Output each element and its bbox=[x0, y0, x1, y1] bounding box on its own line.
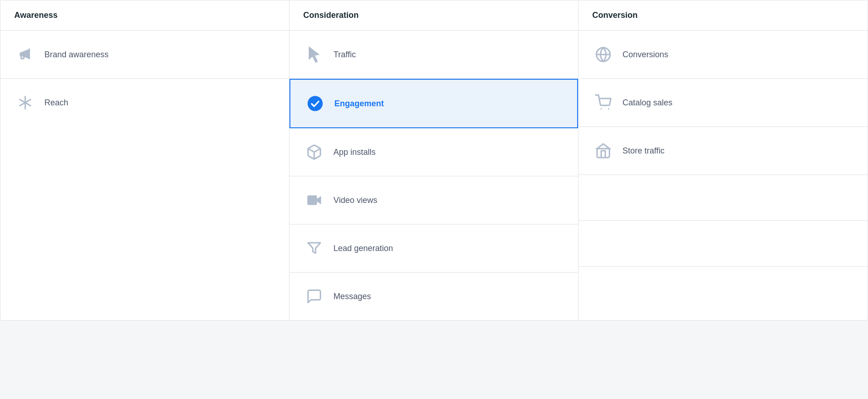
store-icon bbox=[592, 140, 614, 162]
globe-icon bbox=[592, 44, 614, 66]
lead-generation-label: Lead generation bbox=[333, 244, 393, 253]
filter-icon bbox=[303, 237, 325, 259]
check-circle-icon bbox=[304, 93, 326, 115]
svg-point-6 bbox=[601, 108, 602, 109]
consideration-column: Consideration Traffic Engage bbox=[289, 0, 579, 320]
box-icon bbox=[303, 141, 325, 163]
awareness-column: Awareness Brand awareness Reach bbox=[0, 0, 289, 320]
catalog-sales-option[interactable]: Catalog sales bbox=[579, 79, 868, 127]
store-traffic-label: Store traffic bbox=[622, 146, 665, 156]
lead-generation-option[interactable]: Lead generation bbox=[289, 224, 578, 273]
reach-option[interactable]: Reach bbox=[0, 79, 289, 126]
conversion-column: Conversion Conversions bbox=[579, 0, 868, 320]
message-icon bbox=[303, 285, 325, 307]
svg-point-7 bbox=[608, 108, 610, 109]
video-views-label: Video views bbox=[333, 196, 377, 205]
engagement-option[interactable]: Engagement bbox=[289, 79, 578, 128]
empty-row-1 bbox=[579, 175, 868, 221]
messages-label: Messages bbox=[333, 292, 371, 301]
conversions-label: Conversions bbox=[622, 50, 668, 60]
engagement-label: Engagement bbox=[334, 99, 384, 109]
video-icon bbox=[303, 189, 325, 211]
consideration-header: Consideration bbox=[289, 0, 578, 31]
brand-awareness-option[interactable]: Brand awareness bbox=[0, 31, 289, 79]
asterisk-icon bbox=[14, 92, 36, 114]
messages-option[interactable]: Messages bbox=[289, 273, 578, 320]
cart-icon bbox=[592, 92, 614, 114]
store-traffic-option[interactable]: Store traffic bbox=[579, 127, 868, 175]
megaphone-icon bbox=[14, 44, 36, 66]
app-installs-option[interactable]: App installs bbox=[289, 128, 578, 176]
traffic-label: Traffic bbox=[333, 50, 356, 60]
conversion-header: Conversion bbox=[579, 0, 868, 31]
brand-awareness-label: Brand awareness bbox=[44, 50, 109, 60]
cursor-icon bbox=[303, 44, 325, 66]
reach-label: Reach bbox=[44, 98, 68, 108]
objective-grid: Awareness Brand awareness Reach bbox=[0, 0, 868, 320]
conversions-option[interactable]: Conversions bbox=[579, 31, 868, 79]
svg-point-0 bbox=[308, 96, 323, 111]
empty-row-2 bbox=[579, 221, 868, 267]
catalog-sales-label: Catalog sales bbox=[622, 98, 672, 108]
svg-rect-2 bbox=[307, 196, 317, 205]
app-installs-label: App installs bbox=[333, 148, 376, 157]
traffic-option[interactable]: Traffic bbox=[289, 31, 578, 79]
video-views-option[interactable]: Video views bbox=[289, 176, 578, 224]
campaign-objective-selector: Awareness Brand awareness Reach bbox=[0, 0, 868, 321]
awareness-header: Awareness bbox=[0, 0, 289, 31]
empty-row-3 bbox=[579, 267, 868, 312]
